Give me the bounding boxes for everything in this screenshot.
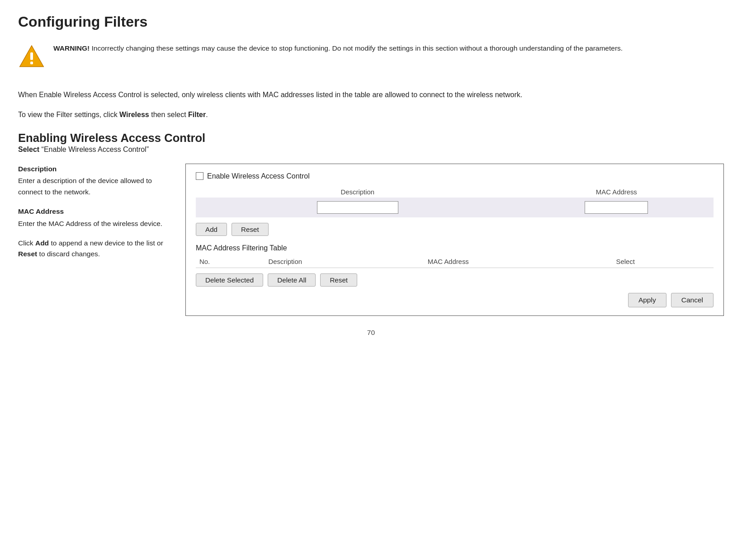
intro-paragraph1: When Enable Wireless Access Control is s… xyxy=(18,89,724,101)
apply-button[interactable]: Apply xyxy=(628,293,666,307)
section-title: Enabling Wireless Access Control xyxy=(18,132,724,145)
table-btn-row: Delete Selected Delete All Reset xyxy=(196,273,714,287)
page-number: 70 xyxy=(18,329,724,337)
desc-input-cell xyxy=(196,201,520,214)
table-header-mac: MAC Address xyxy=(424,256,613,268)
inputs-row xyxy=(196,198,714,217)
mac-input-cell xyxy=(520,201,714,214)
table-header-select: Select xyxy=(613,256,714,268)
right-col: Enable Wireless Access Control Descripti… xyxy=(185,164,724,316)
mac-filter-table: No. Description MAC Address Select xyxy=(196,256,714,268)
warning-bold: WARNING! xyxy=(53,44,90,52)
reset-button[interactable]: Reset xyxy=(232,223,269,236)
add-reset-btn-row: Add Reset xyxy=(196,223,714,236)
desc-col-header: Description xyxy=(196,188,520,198)
mac-input[interactable] xyxy=(585,201,648,214)
delete-selected-button[interactable]: Delete Selected xyxy=(196,273,263,287)
warning-box: WARNING! Incorrectly changing these sett… xyxy=(18,38,724,76)
bottom-btn-row: Apply Cancel xyxy=(196,293,714,307)
left-col: Description Enter a description of the d… xyxy=(18,164,172,262)
add-button[interactable]: Add xyxy=(196,223,227,236)
mac-col-header: MAC Address xyxy=(520,188,714,198)
enable-label: Enable Wireless Access Control xyxy=(207,172,310,180)
mac-text: Enter the MAC Address of the wireless de… xyxy=(18,218,172,230)
delete-all-button[interactable]: Delete All xyxy=(268,273,316,287)
table-header-description: Description xyxy=(265,256,424,268)
mac-address-label: MAC Address xyxy=(18,206,172,217)
cancel-button[interactable]: Cancel xyxy=(671,293,714,307)
table-reset-button[interactable]: Reset xyxy=(320,273,357,287)
table-header-no: No. xyxy=(196,256,265,268)
table-title: MAC Address Filtering Table xyxy=(196,244,714,252)
add-reset-text: Click Add to append a new device to the … xyxy=(18,238,172,260)
warning-body: Incorrectly changing these settings may … xyxy=(91,44,623,52)
filter-instruction: To view the Filter settings, click Wirel… xyxy=(18,111,724,119)
select-line: Select “Enable Wireless Access Control” xyxy=(18,146,724,154)
description-input[interactable] xyxy=(317,201,398,214)
description-label: Description xyxy=(18,164,172,175)
svg-rect-2 xyxy=(30,61,33,64)
main-layout: Description Enter a description of the d… xyxy=(18,164,724,316)
description-text: Enter a description of the device allowe… xyxy=(18,175,172,198)
svg-rect-1 xyxy=(30,52,33,60)
enable-row: Enable Wireless Access Control xyxy=(196,172,714,180)
form-headers: Description MAC Address xyxy=(196,188,714,198)
enable-checkbox[interactable] xyxy=(196,172,203,180)
warning-icon xyxy=(18,43,45,72)
warning-text: WARNING! Incorrectly changing these sett… xyxy=(53,43,623,53)
page-title: Configuring Filters xyxy=(18,14,724,30)
